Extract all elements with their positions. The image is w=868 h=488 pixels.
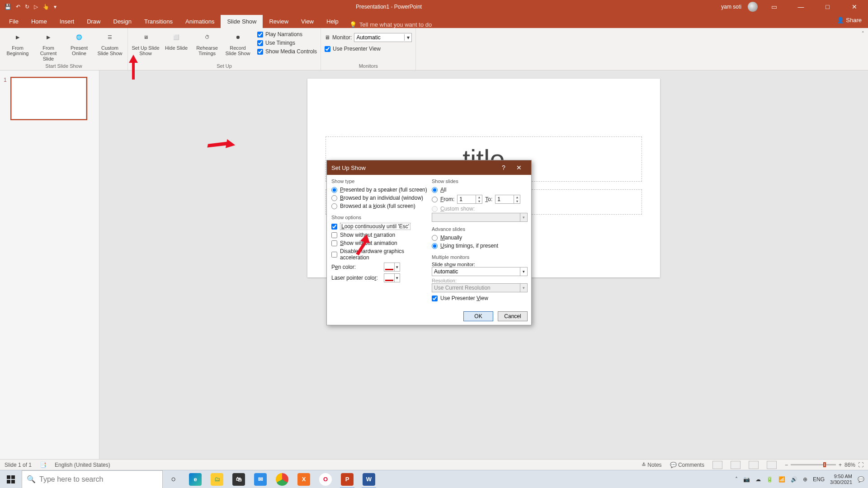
ribbon-display-icon[interactable]: ▭ [764,3,784,10]
battery-icon[interactable]: 🔋 [766,476,773,483]
slide-thumbnail-1[interactable] [10,77,87,120]
share-button[interactable]: 👤 Share [837,17,862,23]
clock[interactable]: 9:50 AM 3/30/2021 [830,474,852,485]
edge-icon[interactable]: e [184,470,206,488]
tab-slide-show[interactable]: Slide Show [221,15,263,28]
slide-thumbnail-pane[interactable]: 1 [0,70,99,459]
zoom-out-icon[interactable]: − [785,462,788,468]
custom-show-button[interactable]: ☰Custom Slide Show [96,30,124,61]
xampp-icon[interactable]: X [293,470,315,488]
from-spin[interactable]: ▲▼ [457,195,482,204]
onedrive-icon[interactable]: ☁ [755,476,761,483]
browsed-individual-radio[interactable]: Browsed by an individual (window) [331,194,427,202]
play-narrations-check[interactable]: Play Narrations [257,31,317,38]
meet-now-icon[interactable]: 📷 [743,476,750,483]
tab-draw[interactable]: Draw [80,15,107,28]
dlg-presenter-view-check[interactable]: Use Presenter View [432,294,528,302]
tell-me[interactable]: 💡 Tell me what you want to do [349,21,432,28]
timings-radio[interactable]: Using timings, if present [432,242,528,250]
loop-check[interactable]: Loop continuously until 'Esc' [331,222,427,231]
from-current-button[interactable]: ▶From Current Slide [34,30,62,61]
word-icon[interactable]: W [358,470,380,488]
zoom-level[interactable]: 86% [844,462,855,468]
powerpoint-icon[interactable]: P [336,470,358,488]
reading-view-button[interactable] [749,461,759,469]
tab-insert[interactable]: Insert [53,15,81,28]
qat-more-icon[interactable]: ▾ [54,4,57,10]
opera-icon[interactable]: O [315,470,336,488]
location-icon[interactable]: ⊕ [803,476,807,483]
comments-button[interactable]: 💬 Comments [670,462,704,468]
present-online-button[interactable]: 🌐Present Online [65,30,93,61]
slide-count[interactable]: Slide 1 of 1 [5,462,32,468]
tab-animations[interactable]: Animations [179,15,221,28]
slideshow-view-button[interactable] [767,461,777,469]
dialog-close-button[interactable]: ✕ [511,164,527,171]
explorer-icon[interactable]: 🗂 [206,470,228,488]
tab-design[interactable]: Design [107,15,138,28]
disable-hw-check[interactable]: Disable hardware graphics acceleration [331,247,427,262]
undo-icon[interactable]: ↶ [16,4,20,10]
tab-view[interactable]: View [295,15,320,28]
all-radio[interactable]: All [432,186,528,194]
minimize-button[interactable]: ― [791,3,811,10]
cancel-button[interactable]: Cancel [498,311,528,321]
presented-radio[interactable]: Presented by a speaker (full screen) [331,186,427,194]
mail-icon[interactable]: ✉ [250,470,271,488]
input-language[interactable]: ENG [813,476,825,483]
spellcheck-icon[interactable]: 📑 [40,462,47,468]
browsed-kiosk-radio[interactable]: Browsed at a kiosk (full screen) [331,202,427,210]
save-icon[interactable]: 💾 [5,4,11,10]
from-beginning-button[interactable]: ▶From Beginning [4,30,32,61]
zoom-slider[interactable] [791,464,836,465]
zoom-control[interactable]: − + 86% ⛶ [785,462,863,468]
use-timings-check[interactable]: Use Timings [257,39,317,47]
tab-home[interactable]: Home [25,15,53,28]
rehearse-button[interactable]: ⏱Rehearse Timings [193,30,221,56]
volume-icon[interactable]: 🔊 [791,476,797,483]
user-avatar[interactable] [748,2,758,12]
start-button[interactable] [0,470,22,488]
slide-show-monitor-combo[interactable]: ▾ [432,267,528,276]
action-center-icon[interactable]: 💬 [858,476,864,483]
dialog-help-button[interactable]: ? [496,164,511,171]
tab-review[interactable]: Review [263,15,295,28]
normal-view-button[interactable] [712,461,722,469]
manually-radio[interactable]: Manually [432,234,528,242]
sorter-view-button[interactable] [731,461,741,469]
show-media-check[interactable]: Show Media Controls [257,48,317,55]
touch-mode-icon[interactable]: 👆 [42,4,49,10]
tab-file[interactable]: File [3,15,25,28]
pen-color-button[interactable]: ▾ [384,263,400,272]
chevron-down-icon[interactable]: ▾ [404,34,411,41]
laser-color-button[interactable]: ▾ [384,273,400,282]
record-button[interactable]: ⏺Record Slide Show [224,30,252,56]
chrome-icon[interactable] [271,470,293,488]
tab-help[interactable]: Help [320,15,345,28]
presenter-view-check[interactable]: Use Presenter View [325,45,412,52]
from-radio[interactable] [432,197,438,202]
hide-slide-button[interactable]: ⬜Hide Slide [162,30,190,56]
wifi-icon[interactable]: 📶 [778,476,785,483]
ok-button[interactable]: OK [463,311,493,321]
maximize-button[interactable]: □ [817,3,838,10]
close-button[interactable]: ✕ [844,3,864,10]
language-status[interactable]: English (United States) [55,462,110,468]
store-icon[interactable]: 🛍 [228,470,250,488]
redo-icon[interactable]: ↻ [25,4,29,10]
user-name[interactable]: yam soti [721,4,741,10]
fit-to-window-icon[interactable]: ⛶ [858,462,863,468]
taskbar-search[interactable]: 🔍 Type here to search [22,470,163,488]
monitor-combo[interactable]: ▾ [354,33,412,42]
collapse-ribbon-icon[interactable]: ˄ [862,31,864,37]
cortana-icon[interactable]: ○ [163,470,184,488]
tab-transitions[interactable]: Transitions [138,15,179,28]
no-animation-check[interactable]: Show without animation [331,239,427,247]
notes-button[interactable]: ≛ Notes [642,462,662,468]
no-narration-check[interactable]: Show without narration [331,231,427,239]
tray-overflow-icon[interactable]: ˄ [735,476,738,483]
zoom-in-icon[interactable]: + [839,462,842,468]
slide-canvas[interactable]: title Set Up Show ? ✕ Show type Presente… [99,70,868,459]
to-spin[interactable]: ▲▼ [495,195,520,204]
start-from-beginning-icon[interactable]: ▷ [34,4,38,10]
